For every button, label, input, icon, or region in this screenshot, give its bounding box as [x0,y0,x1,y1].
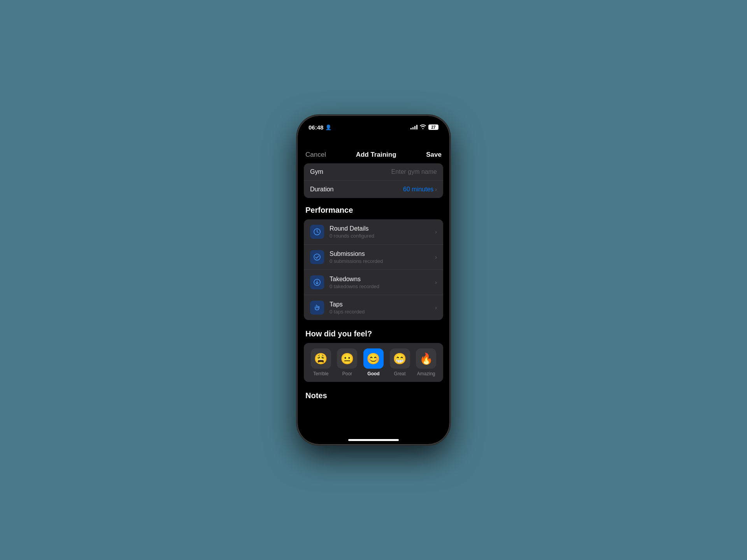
gym-row[interactable]: Gym Enter gym name [304,163,443,181]
round-details-title: Round Details [330,225,430,232]
amazing-emoji: 🔥 [419,352,433,365]
save-button[interactable]: Save [426,151,442,159]
home-indicator[interactable] [348,439,399,441]
content-area: Gym Enter gym name Duration 60 minutes ›… [298,163,449,439]
duration-row[interactable]: Duration 60 minutes › [304,181,443,198]
taps-subtitle: 0 taps recorded [330,309,430,315]
signal-bar-1 [410,128,412,130]
terrible-emoji: 😩 [314,352,328,365]
poor-label: Poor [342,371,352,376]
status-icons: 27 [410,124,438,130]
wifi-icon [420,124,426,130]
terrible-label: Terrible [313,371,328,376]
taps-text: Taps 0 taps recorded [330,301,430,315]
terrible-emoji-wrap[interactable]: 😩 [311,348,331,369]
nav-title: Add Training [356,151,396,159]
phone-device: 06:48 👤 27 [298,116,449,444]
feeling-poor[interactable]: 😐 Poor [334,348,361,376]
great-emoji-wrap[interactable]: 😁 [390,348,410,369]
gym-label: Gym [310,168,323,175]
submissions-text: Submissions 0 submissions recorded [330,250,430,264]
poor-emoji-wrap[interactable]: 😐 [337,348,357,369]
amazing-emoji-wrap[interactable]: 🔥 [416,348,436,369]
round-details-subtitle: 0 rounds configured [330,233,430,239]
submissions-subtitle: 0 submissions recorded [330,258,430,264]
status-time: 06:48 [309,124,323,131]
feeling-section-header: How did you feel? [305,329,443,338]
cancel-button[interactable]: Cancel [305,151,326,159]
good-emoji: 😊 [366,352,380,365]
round-details-chevron: › [435,229,437,235]
phone-screen: 06:48 👤 27 [298,116,449,444]
good-label: Good [367,371,379,376]
notes-section-header: Notes [305,391,443,400]
taps-row[interactable]: Taps 0 taps recorded › [304,295,443,320]
nav-bar: Cancel Add Training Save [298,146,449,163]
great-label: Great [394,371,406,376]
feeling-great[interactable]: 😁 Great [387,348,413,376]
battery-icon: 27 [428,124,438,130]
signal-bar-4 [416,125,417,130]
good-emoji-wrap[interactable]: 😊 [363,348,384,369]
gym-input[interactable]: Enter gym name [391,168,437,175]
feeling-terrible[interactable]: 😩 Terrible [308,348,334,376]
feeling-card: 😩 Terrible 😐 Poor 😊 Good [304,343,443,382]
form-card: Gym Enter gym name Duration 60 minutes › [304,163,443,198]
round-details-text: Round Details 0 rounds configured [330,225,430,239]
submissions-row[interactable]: Submissions 0 submissions recorded › [304,245,443,270]
status-time-area: 06:48 👤 [309,124,331,131]
taps-icon [310,301,324,315]
takedowns-row[interactable]: Takedowns 0 takedowns recorded › [304,270,443,295]
feeling-amazing[interactable]: 🔥 Amazing [413,348,439,376]
round-details-row[interactable]: Round Details 0 rounds configured › [304,219,443,245]
performance-section-header: Performance [305,206,443,215]
takedowns-subtitle: 0 takedowns recorded [330,284,430,289]
duration-chevron: › [435,186,437,192]
submissions-title: Submissions [330,250,430,257]
signal-bars [410,125,417,130]
submissions-chevron: › [435,254,437,260]
person-icon: 👤 [325,124,331,130]
duration-value[interactable]: 60 minutes › [403,186,437,193]
dynamic-island [350,133,397,146]
poor-emoji: 😐 [340,352,354,365]
taps-chevron: › [435,304,437,311]
feeling-good[interactable]: 😊 Good [360,348,387,376]
signal-bar-2 [412,127,414,130]
great-emoji: 😁 [393,352,407,365]
amazing-label: Amazing [417,371,435,376]
submissions-icon [310,250,324,264]
round-details-icon [310,225,324,239]
svg-point-1 [314,254,320,260]
signal-bar-3 [414,126,416,130]
duration-text: 60 minutes [403,186,433,193]
performance-card: Round Details 0 rounds configured › Subm… [304,219,443,320]
duration-label: Duration [310,186,333,193]
takedowns-icon [310,275,324,289]
takedowns-chevron: › [435,279,437,285]
takedowns-title: Takedowns [330,276,430,283]
taps-title: Taps [330,301,430,308]
takedowns-text: Takedowns 0 takedowns recorded [330,276,430,289]
